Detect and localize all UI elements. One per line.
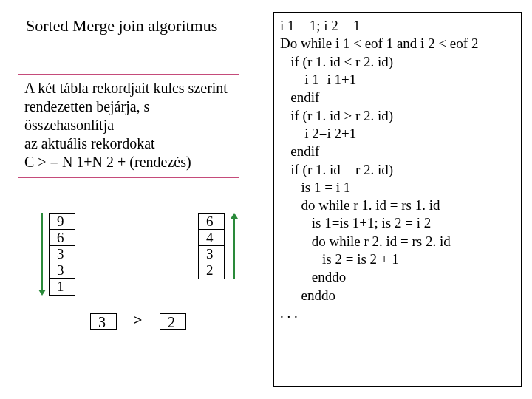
description-box: A két tábla rekordjait kulcs szerint ren…: [18, 74, 239, 178]
list-item: 2: [199, 262, 224, 279]
page-title: Sorted Merge join algoritmus: [26, 16, 217, 35]
list-item: 1: [50, 279, 75, 295]
compare-left-cell: 3: [90, 313, 117, 330]
arrow-up-icon: [229, 213, 239, 279]
compare-right-cell: 2: [160, 313, 186, 330]
arrow-down-icon: [37, 213, 47, 296]
list-item: 6: [50, 230, 75, 246]
list-item: 3: [50, 246, 75, 262]
svg-marker-1: [38, 290, 46, 296]
pseudocode-box: i 1 = 1; i 2 = 1 Do while i 1 < eof 1 an…: [273, 12, 522, 387]
stack-left: 9 6 3 3 1: [49, 213, 75, 296]
list-item: 3: [199, 246, 224, 262]
list-item: 9: [50, 214, 75, 230]
compare-operator: >: [133, 310, 143, 330]
list-item: 3: [50, 262, 75, 279]
list-item: 4: [199, 230, 224, 246]
description-text: A két tábla rekordjait kulcs szerint ren…: [24, 80, 228, 170]
list-item: 6: [199, 214, 224, 230]
stack-right: 6 4 3 2: [198, 213, 225, 279]
svg-marker-3: [231, 213, 238, 219]
